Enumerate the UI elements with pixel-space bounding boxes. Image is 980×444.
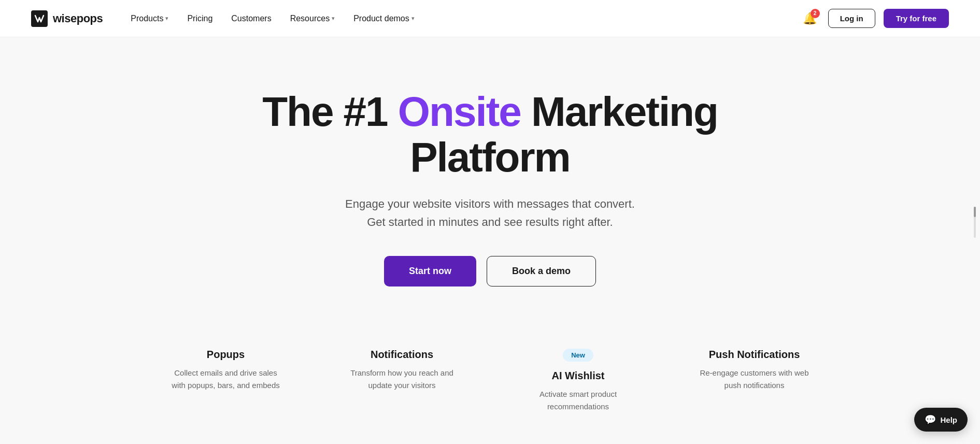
chevron-down-icon-resources: ▾ <box>332 15 335 22</box>
feature-popups: Popups Collect emails and drive sales wi… <box>138 349 314 413</box>
features-section: Popups Collect emails and drive sales wi… <box>0 328 980 444</box>
nav-resources-label: Resources <box>290 14 330 23</box>
chevron-down-icon: ▾ <box>165 15 168 22</box>
feature-push-notifications: Push Notifications Re-engage customers w… <box>666 349 843 413</box>
try-free-button[interactable]: Try for free <box>884 9 949 28</box>
notification-badge: 2 <box>811 9 820 18</box>
feature-ai-wishlist-desc: Activate smart product recommendations <box>521 388 635 413</box>
navbar-left: wisepops Products ▾ Pricing Customers Re… <box>31 10 422 27</box>
feature-notifications: Notifications Transform how you reach an… <box>314 349 490 413</box>
nav-item-resources[interactable]: Resources ▾ <box>283 10 342 27</box>
nav-links: Products ▾ Pricing Customers Resources ▾… <box>123 10 422 27</box>
hero-title: The #1 Onsite Marketing Platform <box>205 89 775 180</box>
hero-title-accent: Onsite <box>398 89 521 135</box>
nav-item-pricing[interactable]: Pricing <box>180 10 220 27</box>
feature-popups-title: Popups <box>207 349 245 361</box>
hero-section: The #1 Onsite Marketing Platform Engage … <box>0 37 980 328</box>
nav-customers-label: Customers <box>231 14 271 23</box>
feature-ai-wishlist: New AI Wishlist Activate smart product r… <box>490 349 666 413</box>
hero-subtitle-line2: Get started in minutes and see results r… <box>367 216 613 228</box>
navbar: wisepops Products ▾ Pricing Customers Re… <box>0 0 980 37</box>
logo-icon <box>31 10 48 27</box>
hero-buttons: Start now Book a demo <box>384 256 596 287</box>
feature-notifications-desc: Transform how you reach and update your … <box>345 367 459 392</box>
hero-subtitle-line1: Engage your website visitors with messag… <box>345 197 635 210</box>
feature-new-badge: New <box>563 349 593 362</box>
scrollbar[interactable] <box>974 207 976 238</box>
start-now-button[interactable]: Start now <box>384 256 476 287</box>
chat-label: Help <box>940 416 957 424</box>
nav-products-label: Products <box>131 14 163 23</box>
chevron-down-icon-demos: ▾ <box>411 15 415 22</box>
feature-notifications-title: Notifications <box>371 349 433 361</box>
nav-pricing-label: Pricing <box>187 14 212 23</box>
navbar-right: 🔔 2 Log in Try for free <box>800 9 949 28</box>
logo-text: wisepops <box>53 12 103 25</box>
feature-popups-desc: Collect emails and drive sales with popu… <box>169 367 283 392</box>
hero-subtitle: Engage your website visitors with messag… <box>345 195 635 231</box>
scrollbar-thumb <box>974 207 976 217</box>
feature-push-title: Push Notifications <box>709 349 800 361</box>
book-demo-button[interactable]: Book a demo <box>487 256 596 287</box>
feature-ai-wishlist-title: AI Wishlist <box>551 370 604 382</box>
nav-demos-label: Product demos <box>353 14 409 23</box>
chat-icon: 💬 <box>925 414 936 425</box>
login-button[interactable]: Log in <box>828 9 875 28</box>
nav-item-customers[interactable]: Customers <box>224 10 278 27</box>
nav-item-product-demos[interactable]: Product demos ▾ <box>346 10 422 27</box>
chat-widget[interactable]: 💬 Help <box>914 408 968 432</box>
logo-link[interactable]: wisepops <box>31 10 103 27</box>
notification-bell[interactable]: 🔔 2 <box>800 9 820 28</box>
feature-push-desc: Re-engage customers with web push notifi… <box>698 367 812 392</box>
nav-item-products[interactable]: Products ▾ <box>123 10 176 27</box>
hero-title-part1: The #1 <box>262 89 398 135</box>
